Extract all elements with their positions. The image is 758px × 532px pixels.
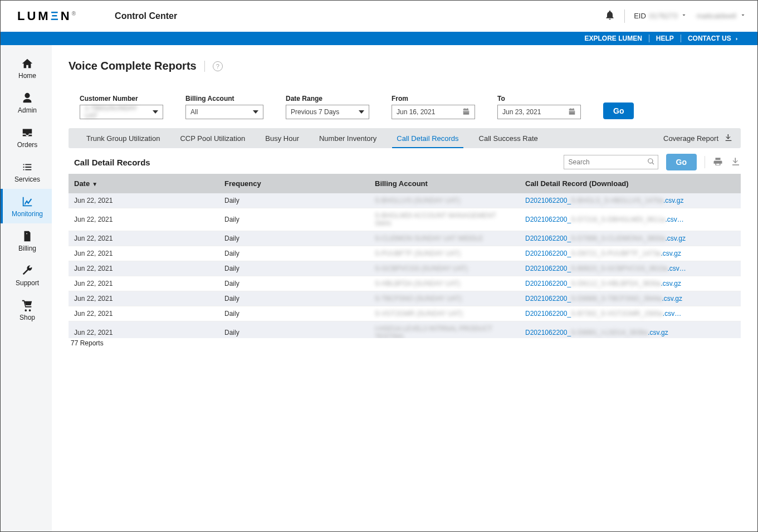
download-icon[interactable] bbox=[724, 133, 733, 144]
table-wrap: Date▼ Frequency Billing Account Call Det… bbox=[69, 174, 741, 347]
utility-bar: EXPLORE LUMEN HELP CONTACT US bbox=[1, 32, 757, 45]
section-title: Call Detail Records bbox=[69, 158, 150, 167]
search-wrap bbox=[564, 155, 658, 169]
report-count: 77 Reports bbox=[69, 339, 741, 347]
download-link[interactable]: D2021062200_S-B8823_S-GCBPVCGS_0610a.csv… bbox=[525, 265, 686, 272]
filter-label: To bbox=[497, 95, 581, 103]
user-dropdown[interactable]: mattcaldwell bbox=[696, 12, 746, 20]
go-button[interactable]: Go bbox=[603, 103, 634, 119]
tab-ccp-pool[interactable]: CCP Pool Utilization bbox=[170, 128, 255, 148]
sidebar-item-monitoring[interactable]: Monitoring bbox=[1, 189, 52, 223]
sidebar-item-support[interactable]: Support bbox=[1, 258, 52, 292]
explore-lumen-link[interactable]: EXPLORE LUMEN bbox=[578, 35, 649, 42]
contact-us-link[interactable]: CONTACT US bbox=[681, 35, 746, 42]
cell-date: Jun 22, 2021 bbox=[69, 193, 219, 208]
tab-call-detail-records[interactable]: Call Detail Records bbox=[387, 128, 468, 148]
home-icon bbox=[21, 57, 33, 70]
filter-customer-number: Customer Number 1-TB83JSUNDAY UAT bbox=[80, 95, 163, 119]
download-link[interactable]: D2021062200_S-BHGLS_S-HBGLLVS_1470a.csv.… bbox=[525, 197, 683, 204]
cell-download: D2021062200_S-D8721_S-PUUBFTF_1473a.csv.… bbox=[520, 246, 741, 261]
print-icon[interactable] bbox=[713, 157, 723, 168]
header-divider bbox=[624, 9, 625, 23]
sidebar-item-orders[interactable]: Orders bbox=[1, 120, 52, 154]
sidebar-item-label: Services bbox=[14, 175, 40, 183]
tab-busy-hour[interactable]: Busy Hour bbox=[255, 128, 309, 148]
download-link[interactable]: D2021062200_S-D8891_I-LSD14_3838a.csv.gz bbox=[525, 329, 668, 336]
page-title: Voice Complete Reports bbox=[69, 60, 197, 72]
cell-billing-account: S-BHGLMDI ACCOUNT MANAGEMENT SMAI bbox=[369, 208, 520, 231]
cell-download: D2021062200_S-B8823_S-GCBPVCGS_0610a.csv… bbox=[520, 261, 741, 276]
help-link[interactable]: HELP bbox=[649, 35, 681, 42]
cell-billing-account: S-CLIDMON SUNDAY UAT MIDDLE bbox=[369, 231, 520, 246]
main-content: Voice Complete Reports ? Customer Number… bbox=[52, 45, 757, 531]
sidebar-item-home[interactable]: Home bbox=[1, 51, 52, 85]
sidebar-item-label: Billing bbox=[18, 245, 36, 252]
coverage-report-link[interactable]: Coverage Report bbox=[663, 134, 718, 143]
download-link[interactable]: D2021062200_S-D8888_S-TBCFSNO_3844a.csv.… bbox=[525, 295, 682, 302]
sidebar-item-label: Home bbox=[18, 72, 36, 80]
sidebar-item-label: Shop bbox=[19, 314, 35, 321]
customer-number-select[interactable]: 1-TB83JSUNDAY UAT bbox=[80, 105, 163, 119]
table-row: Jun 22, 2021DailyS-HBLBFDA (SUNDAY UAT)D… bbox=[69, 276, 741, 291]
cell-download: D2021062200_S-D8888_S-TBCFSNO_3844a.csv.… bbox=[520, 291, 741, 306]
col-header-download[interactable]: Call Detail Record (Download) bbox=[520, 174, 741, 193]
sidebar-item-label: Monitoring bbox=[12, 210, 43, 218]
filter-row: Customer Number 1-TB83JSUNDAY UAT Billin… bbox=[69, 95, 741, 119]
table-row: Jun 22, 2021DailyS-VGT2GMR (SUNDAY UAT)D… bbox=[69, 306, 741, 321]
section-header-row: Call Detail Records Go bbox=[69, 154, 741, 170]
sidebar-item-admin[interactable]: Admin bbox=[1, 85, 52, 120]
user-name: mattcaldwell bbox=[696, 12, 736, 20]
to-date-input[interactable]: Jun 23, 2021 bbox=[497, 105, 581, 119]
eid-dropdown[interactable]: EID 0176273 bbox=[634, 12, 687, 20]
help-icon[interactable]: ? bbox=[213, 61, 223, 71]
user-icon bbox=[21, 92, 33, 104]
cell-billing-account: S-TBCFSNO (SUNDAY UAT) bbox=[369, 291, 520, 306]
download-link[interactable]: D2021062200_S-D7216_S-DBHGLMDI_0611a.csv… bbox=[525, 216, 684, 223]
sidebar-item-services[interactable]: Services bbox=[1, 154, 52, 189]
table-scroll[interactable]: Jun 22, 2021DailyS-BHGLLVS (SUNDAY UAT)D… bbox=[69, 193, 741, 338]
download-link[interactable]: D2021062200_S-B7302_S-VGT2GMR_1500a.csv… bbox=[525, 310, 681, 318]
filter-label: Billing Account bbox=[185, 95, 263, 103]
cell-date: Jun 22, 2021 bbox=[69, 261, 219, 276]
download-link[interactable]: D2021062200_S-D7898_S-CLIDMONA_3800a.csv… bbox=[525, 235, 686, 242]
sidebar-item-billing[interactable]: Billing bbox=[1, 223, 52, 258]
cell-billing-account: S-BHGLLVS (SUNDAY UAT) bbox=[369, 193, 520, 208]
download-link[interactable]: D2021062200_S-D8112_S-HBLBFDA_3830a.csv.… bbox=[525, 280, 681, 287]
date-range-select[interactable]: Previous 7 Days bbox=[286, 105, 369, 119]
tab-number-inventory[interactable]: Number Inventory bbox=[309, 128, 387, 148]
col-header-date[interactable]: Date▼ bbox=[69, 174, 219, 193]
filter-label: From bbox=[392, 95, 475, 103]
table-row: Jun 22, 2021DailyS-TBCFSNO (SUNDAY UAT)D… bbox=[69, 291, 741, 306]
wrench-icon bbox=[21, 265, 33, 277]
lumen-logo: LUMΞN® bbox=[17, 9, 76, 23]
col-header-billing-account[interactable]: Billing Account bbox=[369, 174, 520, 193]
table-row: Jun 22, 2021DailyS-CLIDMON SUNDAY UAT MI… bbox=[69, 231, 741, 246]
from-date-input[interactable]: Jun 16, 2021 bbox=[392, 105, 475, 119]
download-icon[interactable] bbox=[731, 157, 741, 168]
tabs-right: Coverage Report bbox=[663, 133, 733, 144]
sidebar-item-shop[interactable]: Shop bbox=[1, 292, 52, 327]
notifications-icon[interactable] bbox=[604, 9, 615, 22]
tab-call-success-rate[interactable]: Call Success Rate bbox=[469, 128, 548, 148]
tab-trunk-group[interactable]: Trunk Group Utilization bbox=[76, 128, 170, 148]
caret-down-icon bbox=[359, 110, 364, 114]
filter-label: Date Range bbox=[286, 95, 369, 103]
cell-date: Jun 22, 2021 bbox=[69, 246, 219, 261]
download-link[interactable]: D2021062200_S-D8721_S-PUUBFTF_1473a.csv.… bbox=[525, 250, 681, 257]
billing-account-select[interactable]: All bbox=[185, 105, 263, 119]
search-go-button[interactable]: Go bbox=[666, 154, 697, 170]
caret-down-icon bbox=[153, 110, 158, 114]
search-input[interactable] bbox=[564, 155, 658, 169]
search-icon[interactable] bbox=[647, 158, 655, 167]
cell-frequency: Daily bbox=[219, 276, 369, 291]
chevron-down-icon bbox=[681, 12, 687, 20]
cell-download: D2021062200_S-D7216_S-DBHGLMDI_0611a.csv… bbox=[520, 208, 741, 231]
filter-from: From Jun 16, 2021 bbox=[392, 95, 475, 119]
col-header-frequency[interactable]: Frequency bbox=[219, 174, 369, 193]
cell-download: D2021062200_S-D8112_S-HBLBFDA_3830a.csv.… bbox=[520, 276, 741, 291]
table-row: Jun 22, 2021DailyS-GCBPVCGS (SUNDAY UAT)… bbox=[69, 261, 741, 276]
cell-date: Jun 22, 2021 bbox=[69, 231, 219, 246]
cell-billing-account: I-HSD14-LEVEL3 INTRNAL PRODUCT TESTING bbox=[369, 321, 520, 339]
inbox-icon bbox=[21, 126, 33, 139]
logo-e-accent: Ξ bbox=[51, 9, 61, 23]
